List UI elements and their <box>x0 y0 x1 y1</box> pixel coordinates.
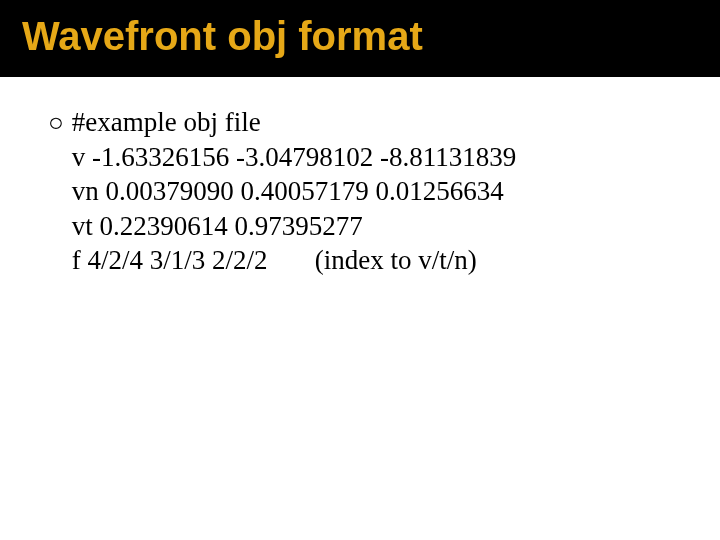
obj-line-normal: vn 0.00379090 0.40057179 0.01256634 <box>72 174 516 209</box>
obj-line-comment: #example obj file <box>72 105 516 140</box>
bullet-item: ○ #example obj file v -1.63326156 -3.047… <box>48 105 680 278</box>
slide-body: ○ #example obj file v -1.63326156 -3.047… <box>0 77 720 278</box>
bullet-icon: ○ <box>48 105 64 139</box>
title-bar: Wavefront obj format <box>0 0 720 77</box>
obj-line-face: f 4/2/4 3/1/3 2/2/2 (index to v/t/n) <box>72 243 516 278</box>
obj-line-vertex: v -1.63326156 -3.04798102 -8.81131839 <box>72 140 516 175</box>
obj-line-texcoord: vt 0.22390614 0.97395277 <box>72 209 516 244</box>
obj-example-block: #example obj file v -1.63326156 -3.04798… <box>72 105 516 278</box>
slide-title: Wavefront obj format <box>22 14 720 59</box>
slide: Wavefront obj format ○ #example obj file… <box>0 0 720 540</box>
